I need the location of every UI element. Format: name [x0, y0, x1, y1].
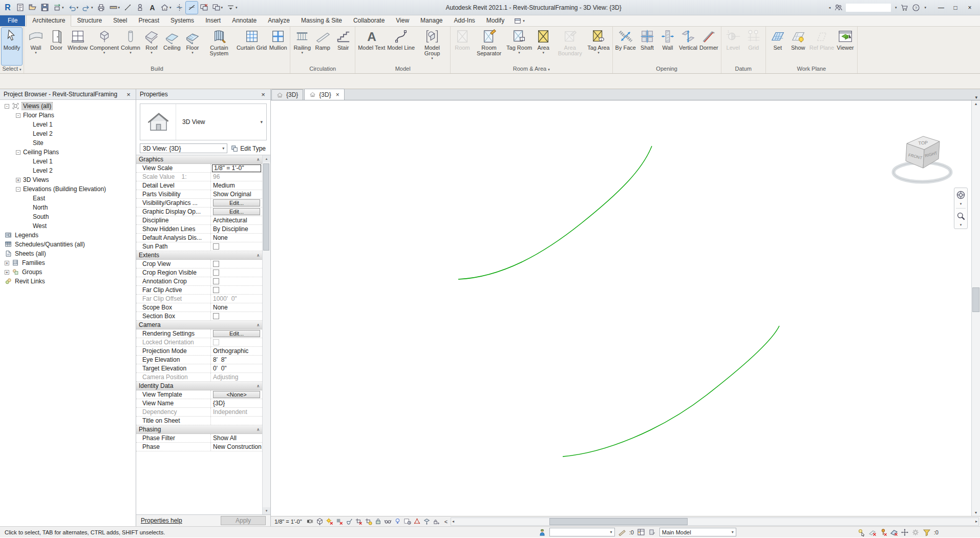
ribbon-button[interactable]: Ceiling — [162, 28, 182, 65]
quick-access-button[interactable] — [198, 2, 210, 14]
ribbon-tab[interactable]: Annotate — [226, 15, 262, 26]
view-control-button[interactable] — [354, 517, 364, 526]
quick-access-button[interactable]: ▾ — [108, 2, 122, 14]
sel-pinned[interactable] — [879, 528, 887, 536]
properties-scrollbar[interactable]: ▴ ▾ — [263, 155, 270, 514]
collapse-chevron-icon[interactable]: ∧ — [257, 157, 260, 162]
ribbon-tab[interactable]: Precast — [133, 15, 165, 26]
view-control-button[interactable] — [402, 517, 412, 526]
ribbon-button[interactable]: Door — [46, 28, 67, 65]
ribbon-button[interactable]: Window — [67, 28, 89, 65]
ribbon-tab[interactable]: Systems — [165, 15, 200, 26]
scroll-up-icon[interactable]: ▴ — [975, 101, 977, 106]
ribbon-tab[interactable]: Analyze — [262, 15, 295, 26]
quick-access-button[interactable] — [174, 2, 185, 14]
properties-help-link[interactable]: Properties help — [141, 517, 182, 524]
sel-underlay[interactable] — [868, 528, 877, 536]
property-value[interactable]: 8' 8" — [212, 356, 227, 363]
vertical-scrollbar-thumb[interactable] — [972, 287, 979, 312]
viewcube[interactable]: TOP FRONT RIGHT — [889, 124, 957, 189]
help-caret-icon[interactable]: ▾ — [924, 6, 926, 10]
view-control-button[interactable] — [412, 517, 422, 526]
view-control-button[interactable] — [383, 517, 393, 526]
close-icon[interactable]: × — [260, 91, 267, 98]
property-value[interactable]: Show Original — [212, 191, 251, 198]
ribbon-button[interactable]: Component ▾ — [89, 28, 120, 65]
property-value[interactable]: 0' 0" — [212, 365, 227, 372]
tree-item[interactable]: + Families — [0, 258, 136, 267]
ribbon-button[interactable]: Show — [788, 28, 808, 65]
ribbon-button[interactable]: By Face — [614, 28, 637, 65]
ribbon-tab[interactable]: File — [0, 15, 25, 26]
tree-expander-icon[interactable]: - — [5, 104, 9, 109]
tree-item[interactable]: - Ceiling Plans — [0, 148, 136, 157]
view-control-button[interactable] — [393, 517, 402, 526]
property-checkbox[interactable] — [213, 261, 219, 267]
tree-item[interactable]: - Elevations (Building Elevation) — [0, 184, 136, 194]
property-value[interactable]: Independent — [212, 408, 247, 416]
view-control-button[interactable] — [373, 517, 383, 526]
ribbon-tab[interactable]: Add-Ins — [448, 15, 480, 26]
quick-access-button[interactable]: ▾ — [51, 2, 66, 14]
quick-access-button[interactable]: A — [146, 2, 158, 14]
infocenter-collapse-icon[interactable]: ◂ — [828, 6, 830, 10]
sign-in-icon[interactable] — [834, 4, 842, 12]
tree-item[interactable]: Revit Links — [0, 277, 136, 286]
ribbon-tab[interactable]: Structure — [71, 15, 108, 26]
ribbon-button[interactable]: Viewer — [835, 28, 856, 65]
quick-access-button[interactable]: ▾ — [66, 2, 80, 14]
quick-access-button[interactable]: ▾ — [80, 2, 95, 14]
properties-section-header[interactable]: Graphics ∧ — [136, 155, 262, 164]
scroll-down-icon[interactable]: ▾ — [263, 507, 270, 514]
view-control-button[interactable] — [325, 517, 334, 526]
ribbon-tab[interactable]: Architecture — [26, 15, 71, 27]
drawing-canvas[interactable]: TOP FRONT RIGHT ▾ ▾ ▴ ▾ — [271, 100, 980, 516]
tree-expander-icon[interactable]: + — [5, 261, 9, 265]
property-value[interactable]: None — [212, 234, 228, 241]
properties-section-header[interactable]: Phasing ∧ — [136, 425, 262, 434]
collapse-chevron-icon[interactable]: ∧ — [257, 384, 260, 388]
ribbon-button[interactable]: 1 Tag Area ▾ — [586, 28, 610, 65]
property-value[interactable]: 96 — [212, 173, 220, 180]
quick-access-button[interactable] — [39, 2, 51, 14]
ribbon-button[interactable]: Area Boundary — [553, 28, 586, 65]
close-tab-icon[interactable]: × — [336, 91, 339, 98]
view-control-button[interactable] — [432, 517, 441, 526]
maximize-button[interactable]: □ — [948, 1, 963, 14]
design-option-dropdown[interactable]: Main Model ▾ — [659, 528, 736, 536]
quick-access-button[interactable] — [186, 2, 198, 14]
sel-links[interactable] — [858, 528, 866, 536]
tree-item[interactable]: Sheets (all) — [0, 249, 136, 258]
quick-access-button[interactable] — [122, 2, 134, 14]
ribbon-button[interactable]: Modify — [2, 28, 22, 65]
quick-access-button[interactable]: ▾ — [159, 2, 173, 14]
ribbon-panel-label[interactable]: Build — [24, 65, 290, 73]
drag-sel[interactable] — [901, 528, 909, 536]
quick-access-button[interactable] — [95, 2, 107, 14]
tree-item[interactable]: West — [0, 221, 136, 231]
ribbon-button[interactable]: Curtain System — [203, 28, 236, 65]
ribbon-button[interactable]: Ramp — [312, 28, 333, 65]
quick-access-button[interactable]: ▾ — [210, 2, 225, 14]
tree-expander-icon[interactable]: + — [16, 178, 20, 182]
view-control-button[interactable] — [334, 517, 344, 526]
properties-section-header[interactable]: Identity Data ∧ — [136, 382, 262, 390]
property-value[interactable]: Architectural — [212, 217, 247, 224]
ribbon-button[interactable]: Floor ▾ — [182, 28, 203, 65]
type-selector[interactable]: 3D View ▾ — [140, 104, 267, 140]
ribbon-display-toggle[interactable]: ▾ — [514, 17, 525, 25]
user-name-redacted[interactable] — [846, 4, 891, 12]
property-checkbox[interactable] — [213, 270, 219, 276]
tree-item[interactable]: + 3D Views — [0, 175, 136, 184]
collapse-chevron-icon[interactable]: ∧ — [257, 427, 260, 432]
ribbon-panel-label[interactable]: Room & Area ▾ — [451, 65, 612, 73]
ribbon-panel-label[interactable]: Select ▾ — [0, 65, 24, 73]
collapse-chevron-icon[interactable]: ∧ — [257, 253, 260, 258]
tree-item[interactable]: Level 1 — [0, 120, 136, 129]
properties-section-header[interactable]: Camera ∧ — [136, 321, 262, 329]
ribbon-tab[interactable]: Modify — [481, 15, 510, 26]
account-caret-icon[interactable]: ▾ — [895, 6, 897, 10]
view-control-button[interactable] — [364, 517, 373, 526]
tree-item[interactable]: Level 2 — [0, 129, 136, 138]
ribbon-button[interactable]: Dormer — [698, 28, 719, 65]
